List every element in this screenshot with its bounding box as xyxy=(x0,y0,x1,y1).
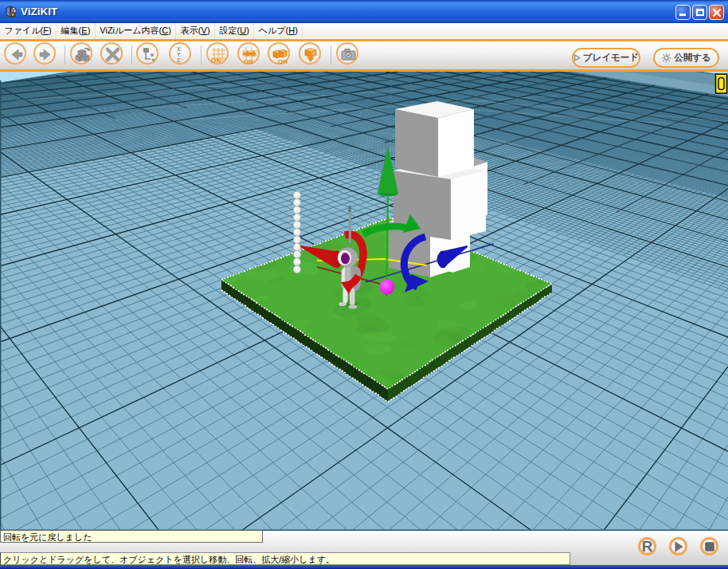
svg-text:ON: ON xyxy=(278,58,288,65)
svg-text:Z:: Z: xyxy=(177,57,182,63)
svg-text:ON: ON xyxy=(211,57,221,65)
svg-text:Y:: Y: xyxy=(177,52,182,57)
svg-text:ON: ON xyxy=(244,58,253,65)
svg-text:X:: X: xyxy=(177,46,182,52)
